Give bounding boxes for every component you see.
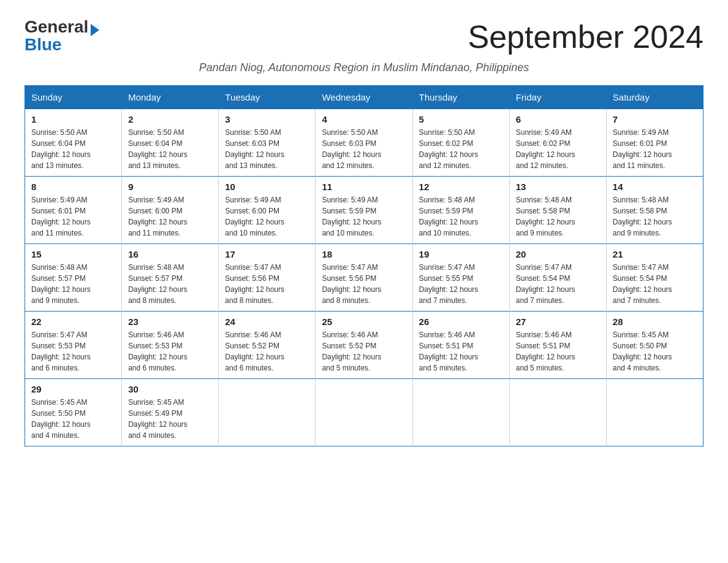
calendar-cell: 8 Sunrise: 5:49 AM Sunset: 6:01 PM Dayli… [25,177,122,244]
day-number: 18 [322,249,406,259]
header-friday: Friday [509,86,606,109]
day-info: Sunrise: 5:49 AM Sunset: 5:59 PM Dayligh… [322,194,406,239]
day-number: 1 [31,114,115,124]
day-info: Sunrise: 5:47 AM Sunset: 5:54 PM Dayligh… [613,262,697,306]
calendar-cell: 15 Sunrise: 5:48 AM Sunset: 5:57 PM Dayl… [25,244,122,312]
day-info: Sunrise: 5:48 AM Sunset: 5:59 PM Dayligh… [419,194,503,239]
calendar-week-2: 8 Sunrise: 5:49 AM Sunset: 6:01 PM Dayli… [25,177,703,244]
day-info: Sunrise: 5:50 AM Sunset: 6:04 PM Dayligh… [31,127,115,171]
calendar-week-3: 15 Sunrise: 5:48 AM Sunset: 5:57 PM Dayl… [25,244,703,312]
day-number: 15 [31,249,115,259]
day-info: Sunrise: 5:45 AM Sunset: 5:49 PM Dayligh… [128,397,212,441]
calendar-cell [606,379,703,446]
calendar-cell: 20 Sunrise: 5:47 AM Sunset: 5:54 PM Dayl… [509,244,606,312]
day-info: Sunrise: 5:47 AM Sunset: 5:55 PM Dayligh… [419,262,503,306]
location-subtitle: Pandan Niog, Autonomous Region in Muslim… [25,61,703,74]
day-number: 7 [613,114,697,124]
header-tuesday: Tuesday [219,86,316,109]
calendar-cell: 7 Sunrise: 5:49 AM Sunset: 6:01 PM Dayli… [606,109,703,177]
day-number: 10 [225,182,309,192]
day-info: Sunrise: 5:49 AM Sunset: 6:01 PM Dayligh… [613,127,697,171]
day-info: Sunrise: 5:49 AM Sunset: 6:00 PM Dayligh… [225,194,309,239]
calendar-cell: 24 Sunrise: 5:46 AM Sunset: 5:52 PM Dayl… [219,312,316,379]
day-number: 28 [613,316,697,327]
calendar-cell: 18 Sunrise: 5:47 AM Sunset: 5:56 PM Dayl… [316,244,412,312]
calendar-cell [219,379,316,446]
month-title: September 2024 [468,18,704,55]
calendar-cell: 26 Sunrise: 5:46 AM Sunset: 5:51 PM Dayl… [412,312,509,379]
calendar-cell: 28 Sunrise: 5:45 AM Sunset: 5:50 PM Dayl… [606,312,703,379]
header-thursday: Thursday [412,86,509,109]
day-number: 16 [128,249,212,259]
header-row: Sunday Monday Tuesday Wednesday Thursday… [25,86,703,109]
day-number: 11 [322,182,406,192]
logo-text: General [25,18,99,36]
day-info: Sunrise: 5:47 AM Sunset: 5:54 PM Dayligh… [516,262,600,306]
calendar-cell: 19 Sunrise: 5:47 AM Sunset: 5:55 PM Dayl… [412,244,509,312]
calendar-cell: 4 Sunrise: 5:50 AM Sunset: 6:03 PM Dayli… [316,109,412,177]
calendar-cell: 12 Sunrise: 5:48 AM Sunset: 5:59 PM Dayl… [412,177,509,244]
header-monday: Monday [122,86,219,109]
day-number: 20 [516,249,600,259]
day-info: Sunrise: 5:48 AM Sunset: 5:57 PM Dayligh… [31,262,115,306]
calendar-cell [316,379,412,446]
day-info: Sunrise: 5:50 AM Sunset: 6:04 PM Dayligh… [128,127,212,171]
header-saturday: Saturday [606,86,703,109]
day-info: Sunrise: 5:49 AM Sunset: 6:00 PM Dayligh… [128,194,212,239]
calendar-cell: 13 Sunrise: 5:48 AM Sunset: 5:58 PM Dayl… [509,177,606,244]
day-number: 8 [31,182,115,192]
day-number: 27 [516,316,600,327]
calendar-cell: 30 Sunrise: 5:45 AM Sunset: 5:49 PM Dayl… [122,379,219,446]
calendar-cell: 10 Sunrise: 5:49 AM Sunset: 6:00 PM Dayl… [219,177,316,244]
logo-general: General [25,17,88,36]
day-number: 23 [128,316,212,327]
page-header: General Blue September 2024 [25,18,703,55]
day-info: Sunrise: 5:46 AM Sunset: 5:53 PM Dayligh… [128,329,212,373]
day-number: 6 [516,114,600,124]
day-number: 5 [419,114,503,124]
logo-blue: Blue [25,36,62,53]
day-number: 21 [613,249,697,259]
day-number: 2 [128,114,212,124]
day-info: Sunrise: 5:49 AM Sunset: 6:01 PM Dayligh… [31,194,115,239]
day-info: Sunrise: 5:46 AM Sunset: 5:52 PM Dayligh… [322,329,406,373]
day-number: 26 [419,316,503,327]
calendar-week-1: 1 Sunrise: 5:50 AM Sunset: 6:04 PM Dayli… [25,109,703,177]
day-info: Sunrise: 5:46 AM Sunset: 5:51 PM Dayligh… [419,329,503,373]
day-number: 19 [419,249,503,259]
day-number: 14 [613,182,697,192]
calendar-cell [509,379,606,446]
day-number: 13 [516,182,600,192]
calendar-cell: 1 Sunrise: 5:50 AM Sunset: 6:04 PM Dayli… [25,109,122,177]
day-info: Sunrise: 5:50 AM Sunset: 6:03 PM Dayligh… [225,127,309,171]
header-sunday: Sunday [25,86,122,109]
logo: General Blue [25,18,99,53]
calendar-table: Sunday Monday Tuesday Wednesday Thursday… [25,85,703,446]
calendar-cell: 6 Sunrise: 5:49 AM Sunset: 6:02 PM Dayli… [509,109,606,177]
calendar-cell: 2 Sunrise: 5:50 AM Sunset: 6:04 PM Dayli… [122,109,219,177]
logo-arrow-icon [91,24,99,36]
day-info: Sunrise: 5:48 AM Sunset: 5:58 PM Dayligh… [613,194,697,239]
calendar-week-5: 29 Sunrise: 5:45 AM Sunset: 5:50 PM Dayl… [25,379,703,446]
day-info: Sunrise: 5:50 AM Sunset: 6:02 PM Dayligh… [419,127,503,171]
header-wednesday: Wednesday [316,86,412,109]
day-info: Sunrise: 5:46 AM Sunset: 5:51 PM Dayligh… [516,329,600,373]
calendar-cell: 16 Sunrise: 5:48 AM Sunset: 5:57 PM Dayl… [122,244,219,312]
day-number: 30 [128,384,212,394]
day-number: 17 [225,249,309,259]
calendar-body: 1 Sunrise: 5:50 AM Sunset: 6:04 PM Dayli… [25,109,703,446]
day-info: Sunrise: 5:47 AM Sunset: 5:53 PM Dayligh… [31,329,115,373]
calendar-cell: 5 Sunrise: 5:50 AM Sunset: 6:02 PM Dayli… [412,109,509,177]
calendar-cell: 11 Sunrise: 5:49 AM Sunset: 5:59 PM Dayl… [316,177,412,244]
day-info: Sunrise: 5:47 AM Sunset: 5:56 PM Dayligh… [322,262,406,306]
day-info: Sunrise: 5:45 AM Sunset: 5:50 PM Dayligh… [613,329,697,373]
day-number: 25 [322,316,406,327]
calendar-header: Sunday Monday Tuesday Wednesday Thursday… [25,86,703,109]
calendar-cell: 14 Sunrise: 5:48 AM Sunset: 5:58 PM Dayl… [606,177,703,244]
day-number: 4 [322,114,406,124]
calendar-cell: 25 Sunrise: 5:46 AM Sunset: 5:52 PM Dayl… [316,312,412,379]
calendar-cell [412,379,509,446]
calendar-cell: 21 Sunrise: 5:47 AM Sunset: 5:54 PM Dayl… [606,244,703,312]
calendar-cell: 27 Sunrise: 5:46 AM Sunset: 5:51 PM Dayl… [509,312,606,379]
day-info: Sunrise: 5:47 AM Sunset: 5:56 PM Dayligh… [225,262,309,306]
